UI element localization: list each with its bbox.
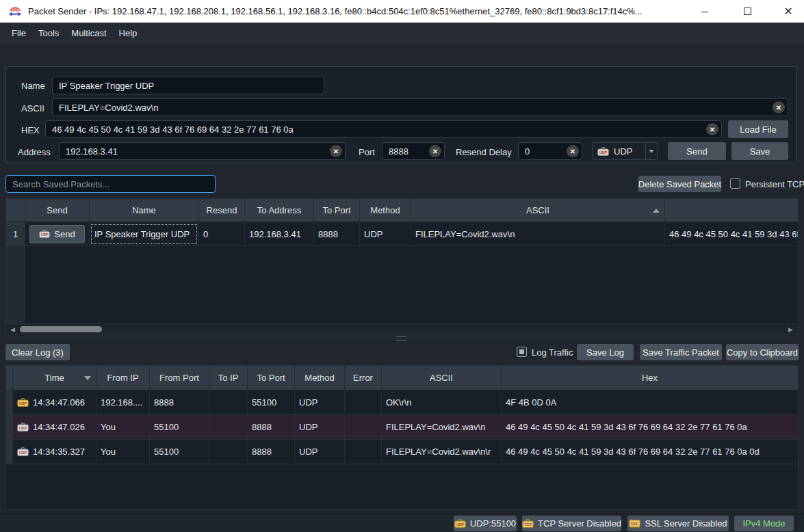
minimize-button[interactable]: ─ <box>689 0 721 23</box>
maximize-button[interactable] <box>731 0 763 23</box>
sort-ascending-icon <box>653 209 660 213</box>
horizontal-scrollbar[interactable]: ◀ ▶ <box>6 323 798 334</box>
ip-mode-button[interactable]: IPv4 Mode <box>734 516 794 531</box>
log-cell-to-ip <box>209 415 248 440</box>
log-cell-to-port: 55100 <box>248 390 295 415</box>
col-header-time[interactable]: Time <box>13 366 96 390</box>
packet-icon: UDP <box>597 147 609 156</box>
svg-text:UDP: UDP <box>19 426 27 430</box>
clear-log-button[interactable]: Clear Log (3) <box>5 344 70 360</box>
col-header-hex[interactable] <box>665 199 798 222</box>
col-header-to-ip[interactable]: To IP <box>209 366 248 390</box>
log-cell-time: UDP 14:34:47.066 <box>13 390 96 415</box>
log-cell-hex: 4F 4B 0D 0A <box>502 390 798 415</box>
ssl-icon: SSL <box>629 519 640 528</box>
saved-cell-name[interactable]: IP Speaker Trigger UDP <box>90 222 199 246</box>
log-cell-method: UDP <box>295 415 345 440</box>
copy-to-clipboard-button[interactable]: Copy to Clipboard <box>726 344 799 360</box>
hex-clear-icon[interactable]: ✕ <box>706 123 718 135</box>
log-traffic-label: Log Traffic <box>532 347 573 358</box>
save-button[interactable]: Save <box>731 142 788 160</box>
address-input[interactable] <box>59 142 346 160</box>
col-header-to-address[interactable]: To Address <box>245 199 314 222</box>
tcp-server-status-button[interactable]: TCP TCP Server Disabled <box>522 516 621 531</box>
resend-clear-icon[interactable]: ✕ <box>567 145 579 157</box>
scroll-right-icon[interactable]: ▶ <box>788 326 793 333</box>
ssl-server-status-button[interactable]: SSL SSL Server Disabled <box>627 516 729 531</box>
log-row[interactable]: UDP 14:34:47.066 192.168.... 8888 55100 … <box>6 390 798 415</box>
col-header-send[interactable]: Send <box>25 199 90 222</box>
log-cell-ascii: FILEPLAY=Covid2.wav\n <box>382 415 502 440</box>
save-log-button[interactable]: Save Log <box>577 344 634 360</box>
log-cell-to-ip <box>209 390 248 415</box>
hex-input[interactable] <box>45 120 722 138</box>
name-input[interactable] <box>52 77 324 94</box>
svg-text:TCP: TCP <box>524 522 532 527</box>
saved-cell-to-address[interactable]: 192.168.3.41 <box>245 222 314 246</box>
persistent-tcp-label: Persistent TCP <box>745 179 804 189</box>
splitter-handle[interactable] <box>396 336 407 341</box>
menu-tools[interactable]: Tools <box>32 25 65 42</box>
port-clear-icon[interactable]: ✕ <box>429 145 441 157</box>
col-header-from-port[interactable]: From Port <box>150 366 209 390</box>
window-title: Packet Sender - IPs: 192.168.47.1, 192.1… <box>28 6 644 16</box>
saved-cell-to-port[interactable]: 8888 <box>314 222 360 246</box>
log-row[interactable]: UDP 14:34:35.327 You 55100 8888 UDP FILE… <box>6 440 798 464</box>
col-header-ascii[interactable]: ASCII <box>411 199 665 222</box>
saved-cell-method[interactable]: UDP <box>360 222 411 246</box>
saved-packet-row[interactable]: 1 UDP Send IP Speaker Trigger UDP 0 <box>6 222 798 246</box>
menu-help[interactable]: Help <box>113 25 144 42</box>
persistent-tcp-checkbox[interactable] <box>730 178 740 189</box>
col-header-resend[interactable]: Resend <box>199 199 245 222</box>
log-cell-to-port: 8888 <box>248 415 295 440</box>
col-header-from-ip[interactable]: From IP <box>96 366 150 390</box>
name-label: Name <box>21 81 45 91</box>
saved-packets-header-row: Send Name Resend To Address To Port Meth… <box>6 199 798 222</box>
ascii-clear-icon[interactable]: ✕ <box>773 101 785 114</box>
log-cell-error <box>345 390 382 415</box>
load-file-button[interactable]: Load File <box>728 120 788 138</box>
saved-cell-ascii[interactable]: FILEPLAY=Covid2.wav\n <box>411 222 665 246</box>
log-cell-to-ip <box>209 440 248 464</box>
address-label: Address <box>18 147 51 157</box>
minimize-icon: ─ <box>701 6 708 17</box>
packet-sender-window: Packet Sender - IPs: 192.168.47.1, 192.1… <box>0 0 804 532</box>
title-bar: Packet Sender - IPs: 192.168.47.1, 192.1… <box>0 0 804 23</box>
col-header-ascii[interactable]: ASCII <box>382 366 502 390</box>
log-row-selected[interactable]: UDP 14:34:47.026 You 55100 8888 UDP FILE… <box>6 415 798 440</box>
log-cell-method: UDP <box>295 440 345 464</box>
log-cell-from-port: 8888 <box>150 390 209 415</box>
svg-text:UDP: UDP <box>456 522 464 527</box>
col-header-method[interactable]: Method <box>360 199 411 222</box>
tcp-packet-icon: TCP <box>522 519 534 528</box>
col-header-name[interactable]: Name <box>90 199 199 222</box>
log-cell-hex: 46 49 4c 45 50 4c 41 59 3d 43 6f 76 69 6… <box>502 415 798 440</box>
menu-multicast[interactable]: Multicast <box>65 25 112 42</box>
scrollbar-thumb[interactable] <box>20 326 102 332</box>
scroll-left-icon[interactable]: ◀ <box>10 326 15 333</box>
svg-text:UDP: UDP <box>599 150 607 155</box>
col-header-to-port[interactable]: To Port <box>248 366 295 390</box>
send-button[interactable]: Send <box>668 142 726 160</box>
col-header-method[interactable]: Method <box>295 366 345 390</box>
protocol-dropdown[interactable]: UDP UDP <box>592 142 658 160</box>
saved-cell-resend[interactable]: 0 <box>199 222 245 246</box>
log-cell-from-ip: You <box>96 415 150 440</box>
col-header-error[interactable]: Error <box>345 366 382 390</box>
row-send-button[interactable]: UDP Send <box>29 225 85 243</box>
col-header-to-port[interactable]: To Port <box>314 199 360 222</box>
search-saved-packets-input[interactable] <box>5 175 216 193</box>
udp-server-status-button[interactable]: UDP UDP:55100 <box>454 516 517 531</box>
close-button[interactable]: ✕ <box>773 0 804 23</box>
ascii-input[interactable] <box>52 98 788 116</box>
log-cell-from-ip: 192.168.... <box>96 390 150 415</box>
address-clear-icon[interactable]: ✕ <box>330 145 342 157</box>
save-traffic-packet-button[interactable]: Save Traffic Packet <box>640 344 722 360</box>
delete-saved-packet-button[interactable]: Delete Saved Packet <box>638 176 721 192</box>
log-cell-ascii: FILEPLAY=Covid2.wav\n\r <box>382 440 502 464</box>
col-header-hex[interactable]: Hex <box>502 366 798 390</box>
menu-file[interactable]: File <box>5 25 32 42</box>
row-number: 1 <box>6 222 25 246</box>
log-traffic-checkbox[interactable] <box>517 347 527 357</box>
saved-cell-hex[interactable]: 46 49 4c 45 50 4c 41 59 3d 43 6f 76 69 6… <box>665 222 798 246</box>
